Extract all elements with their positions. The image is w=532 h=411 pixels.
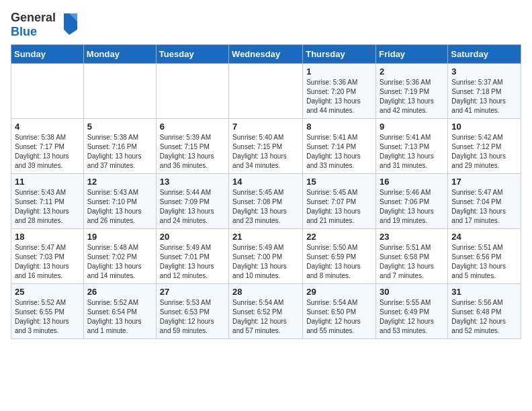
day-number: 10 <box>451 122 517 132</box>
day-info: Sunrise: 5:41 AM Sunset: 7:13 PM Dayligh… <box>380 133 444 171</box>
day-number: 5 <box>87 122 152 132</box>
day-number: 13 <box>160 177 225 187</box>
day-number: 8 <box>306 122 372 132</box>
calendar-week-row: 25Sunrise: 5:52 AM Sunset: 6:55 PM Dayli… <box>11 284 521 339</box>
calendar-week-row: 1Sunrise: 5:36 AM Sunset: 7:20 PM Daylig… <box>11 64 521 119</box>
weekday-header-monday: Monday <box>83 45 156 64</box>
calendar-cell: 22Sunrise: 5:50 AM Sunset: 6:59 PM Dayli… <box>303 229 376 284</box>
weekday-header-tuesday: Tuesday <box>156 45 228 64</box>
day-number: 20 <box>160 232 225 242</box>
day-info: Sunrise: 5:38 AM Sunset: 7:16 PM Dayligh… <box>87 133 152 171</box>
day-info: Sunrise: 5:37 AM Sunset: 7:18 PM Dayligh… <box>451 78 517 116</box>
calendar-week-row: 18Sunrise: 5:47 AM Sunset: 7:03 PM Dayli… <box>11 229 521 284</box>
day-info: Sunrise: 5:36 AM Sunset: 7:19 PM Dayligh… <box>380 78 444 116</box>
logo-general-text: General Blue <box>11 11 56 39</box>
calendar-cell: 25Sunrise: 5:52 AM Sunset: 6:55 PM Dayli… <box>11 284 84 339</box>
calendar-cell <box>156 64 228 119</box>
day-number: 19 <box>87 232 152 242</box>
day-info: Sunrise: 5:46 AM Sunset: 7:06 PM Dayligh… <box>380 188 444 226</box>
day-number: 4 <box>15 122 80 132</box>
calendar-cell: 10Sunrise: 5:42 AM Sunset: 7:12 PM Dayli… <box>448 119 521 174</box>
calendar-table: SundayMondayTuesdayWednesdayThursdayFrid… <box>11 44 521 339</box>
day-number: 22 <box>306 232 372 242</box>
day-info: Sunrise: 5:54 AM Sunset: 6:52 PM Dayligh… <box>232 298 299 336</box>
day-info: Sunrise: 5:49 AM Sunset: 7:00 PM Dayligh… <box>232 243 299 281</box>
day-number: 29 <box>306 287 372 297</box>
day-number: 23 <box>380 232 444 242</box>
weekday-header-friday: Friday <box>376 45 448 64</box>
day-info: Sunrise: 5:53 AM Sunset: 6:53 PM Dayligh… <box>160 298 225 336</box>
day-info: Sunrise: 5:56 AM Sunset: 6:48 PM Dayligh… <box>451 298 517 336</box>
calendar-week-row: 11Sunrise: 5:43 AM Sunset: 7:11 PM Dayli… <box>11 174 521 229</box>
day-number: 24 <box>451 232 517 242</box>
calendar-cell: 11Sunrise: 5:43 AM Sunset: 7:11 PM Dayli… <box>11 174 84 229</box>
calendar-cell: 29Sunrise: 5:54 AM Sunset: 6:50 PM Dayli… <box>303 284 376 339</box>
logo-icon <box>58 11 80 39</box>
day-info: Sunrise: 5:48 AM Sunset: 7:02 PM Dayligh… <box>87 243 152 281</box>
calendar-week-row: 4Sunrise: 5:38 AM Sunset: 7:17 PM Daylig… <box>11 119 521 174</box>
day-info: Sunrise: 5:45 AM Sunset: 7:07 PM Dayligh… <box>306 188 372 226</box>
calendar-cell: 24Sunrise: 5:51 AM Sunset: 6:56 PM Dayli… <box>448 229 521 284</box>
day-number: 17 <box>451 177 517 187</box>
calendar-cell: 5Sunrise: 5:38 AM Sunset: 7:16 PM Daylig… <box>83 119 156 174</box>
day-number: 16 <box>380 177 444 187</box>
day-info: Sunrise: 5:43 AM Sunset: 7:10 PM Dayligh… <box>87 188 152 226</box>
day-info: Sunrise: 5:40 AM Sunset: 7:15 PM Dayligh… <box>232 133 299 171</box>
day-info: Sunrise: 5:44 AM Sunset: 7:09 PM Dayligh… <box>160 188 225 226</box>
calendar-cell: 6Sunrise: 5:39 AM Sunset: 7:15 PM Daylig… <box>156 119 228 174</box>
calendar-cell: 9Sunrise: 5:41 AM Sunset: 7:13 PM Daylig… <box>376 119 448 174</box>
day-info: Sunrise: 5:52 AM Sunset: 6:55 PM Dayligh… <box>15 298 80 336</box>
day-number: 14 <box>232 177 299 187</box>
day-info: Sunrise: 5:52 AM Sunset: 6:54 PM Dayligh… <box>87 298 152 336</box>
weekday-header-wednesday: Wednesday <box>229 45 303 64</box>
day-info: Sunrise: 5:43 AM Sunset: 7:11 PM Dayligh… <box>15 188 80 226</box>
calendar-cell: 15Sunrise: 5:45 AM Sunset: 7:07 PM Dayli… <box>303 174 376 229</box>
calendar-cell <box>229 64 303 119</box>
day-number: 2 <box>380 66 444 77</box>
calendar-cell: 27Sunrise: 5:53 AM Sunset: 6:53 PM Dayli… <box>156 284 228 339</box>
day-number: 30 <box>380 287 444 297</box>
calendar-cell: 1Sunrise: 5:36 AM Sunset: 7:20 PM Daylig… <box>303 64 376 119</box>
page-header: General Blue <box>11 11 521 39</box>
day-info: Sunrise: 5:55 AM Sunset: 6:49 PM Dayligh… <box>380 298 444 336</box>
calendar-cell: 31Sunrise: 5:56 AM Sunset: 6:48 PM Dayli… <box>448 284 521 339</box>
day-info: Sunrise: 5:50 AM Sunset: 6:59 PM Dayligh… <box>306 243 372 281</box>
calendar-cell: 4Sunrise: 5:38 AM Sunset: 7:17 PM Daylig… <box>11 119 84 174</box>
day-number: 11 <box>15 177 80 187</box>
calendar-cell: 19Sunrise: 5:48 AM Sunset: 7:02 PM Dayli… <box>83 229 156 284</box>
day-info: Sunrise: 5:51 AM Sunset: 6:58 PM Dayligh… <box>380 243 444 281</box>
day-info: Sunrise: 5:51 AM Sunset: 6:56 PM Dayligh… <box>451 243 517 281</box>
day-number: 15 <box>306 177 372 187</box>
calendar-cell: 20Sunrise: 5:49 AM Sunset: 7:01 PM Dayli… <box>156 229 228 284</box>
day-number: 21 <box>232 232 299 242</box>
day-number: 1 <box>306 66 372 77</box>
day-info: Sunrise: 5:42 AM Sunset: 7:12 PM Dayligh… <box>451 133 517 171</box>
day-number: 6 <box>160 122 225 132</box>
day-info: Sunrise: 5:36 AM Sunset: 7:20 PM Dayligh… <box>306 78 372 116</box>
calendar-cell: 28Sunrise: 5:54 AM Sunset: 6:52 PM Dayli… <box>229 284 303 339</box>
calendar-cell: 3Sunrise: 5:37 AM Sunset: 7:18 PM Daylig… <box>448 64 521 119</box>
calendar-cell <box>11 64 84 119</box>
day-number: 18 <box>15 232 80 242</box>
day-number: 7 <box>232 122 299 132</box>
day-info: Sunrise: 5:39 AM Sunset: 7:15 PM Dayligh… <box>160 133 225 171</box>
day-info: Sunrise: 5:45 AM Sunset: 7:08 PM Dayligh… <box>232 188 299 226</box>
day-info: Sunrise: 5:47 AM Sunset: 7:04 PM Dayligh… <box>451 188 517 226</box>
calendar-cell: 30Sunrise: 5:55 AM Sunset: 6:49 PM Dayli… <box>376 284 448 339</box>
calendar-cell: 16Sunrise: 5:46 AM Sunset: 7:06 PM Dayli… <box>376 174 448 229</box>
day-info: Sunrise: 5:47 AM Sunset: 7:03 PM Dayligh… <box>15 243 80 281</box>
day-info: Sunrise: 5:41 AM Sunset: 7:14 PM Dayligh… <box>306 133 372 171</box>
calendar-cell <box>83 64 156 119</box>
calendar-cell: 13Sunrise: 5:44 AM Sunset: 7:09 PM Dayli… <box>156 174 228 229</box>
day-number: 3 <box>451 66 517 77</box>
day-number: 26 <box>87 287 152 297</box>
weekday-header-sunday: Sunday <box>11 45 84 64</box>
day-number: 12 <box>87 177 152 187</box>
day-info: Sunrise: 5:38 AM Sunset: 7:17 PM Dayligh… <box>15 133 80 171</box>
weekday-header-saturday: Saturday <box>448 45 521 64</box>
calendar-cell: 26Sunrise: 5:52 AM Sunset: 6:54 PM Dayli… <box>83 284 156 339</box>
calendar-cell: 23Sunrise: 5:51 AM Sunset: 6:58 PM Dayli… <box>376 229 448 284</box>
day-info: Sunrise: 5:49 AM Sunset: 7:01 PM Dayligh… <box>160 243 225 281</box>
calendar-cell: 2Sunrise: 5:36 AM Sunset: 7:19 PM Daylig… <box>376 64 448 119</box>
calendar-cell: 21Sunrise: 5:49 AM Sunset: 7:00 PM Dayli… <box>229 229 303 284</box>
